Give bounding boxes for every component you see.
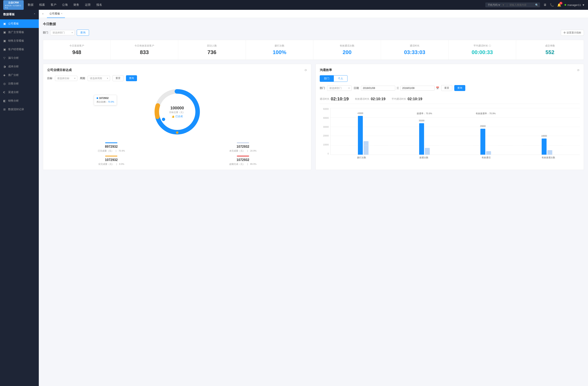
efficiency-panel: 沟通效率 ⟳ 部门 个人 部门 请选择部门 [315, 64, 584, 170]
date-from-input[interactable] [361, 86, 395, 91]
goal-stat-1: 1072932 未完成量（元） | 20.9% [179, 142, 307, 152]
stat-label-2: 回访人数 [182, 44, 242, 48]
sidebar-item-data-flow[interactable]: ⊞ 数据流转记录 [0, 105, 39, 114]
grid-line-1 [331, 117, 580, 117]
goal-period-select-wrapper: 请选择周期 [88, 76, 110, 81]
call-stat-duration: 通话时长 02:10:19 [320, 96, 349, 102]
eff-reset-button[interactable]: 重置 [441, 85, 452, 91]
stat-value-1: 833 [114, 49, 175, 56]
sidebar-item-customer-board[interactable]: ▣ 客户经理看板 [0, 45, 39, 54]
sidebar-item-promotion-analysis[interactable]: ◈ 推广分析 [0, 71, 39, 79]
rate-label-text-1: 接通率：70.9% [417, 112, 432, 115]
stat-deals: 成交单数 552 [516, 40, 584, 59]
dept-select[interactable]: 请选择部门 [50, 30, 75, 35]
sidebar-item-cost[interactable]: ◑ 成本分析 [0, 62, 39, 71]
sidebar-item-label: 销售主管看板 [8, 39, 24, 43]
bar-pair-1: 35000 [419, 116, 430, 155]
notification-badge: 5 [559, 2, 563, 4]
goal-stats: 8972932 已完成量（元） | 70.9% 1072932 未完成量 [47, 142, 307, 166]
bar-2-1 [486, 151, 491, 155]
goal-query-button[interactable]: 查询 [126, 75, 137, 81]
sidebar-item-company-board[interactable]: ▣ 公司看板 [0, 19, 39, 28]
nav-signup[interactable]: 报名 [96, 2, 102, 8]
sidebar-item-funnel[interactable]: ▽ 漏斗分析 [0, 54, 39, 62]
y-label-50000: 50000 [320, 108, 330, 110]
sidebar-item-sales-analysis[interactable]: ◧ 销售分析 [0, 96, 39, 105]
tab-close-icon[interactable]: ✕ [61, 12, 63, 15]
nav-operations[interactable]: 运营 [85, 2, 91, 8]
sales-board-icon: ▣ [3, 39, 6, 42]
bar-0-0 [358, 116, 363, 155]
stat-label-1: 今日有效首咨客户 [114, 44, 175, 48]
effective-duration-value: 02:10:19 [371, 97, 385, 101]
search-icon[interactable]: 🔍 [535, 3, 538, 6]
avg-duration-value: 02:10:19 [407, 97, 422, 101]
nav-public-sea[interactable]: 公海 [62, 2, 68, 8]
search-filter-select[interactable]: 手机号码 [487, 3, 501, 6]
eff-query-button[interactable]: 查询 [454, 85, 465, 91]
nav-data[interactable]: 数据 [28, 2, 34, 8]
stat-value-4: 200 [317, 49, 378, 56]
eff-panel-header: 沟通效率 ⟳ [320, 68, 580, 72]
nav-finance[interactable]: 财务 [74, 2, 79, 8]
effective-duration-label: 有效通话时长 [355, 97, 370, 101]
app-logo: 云朵CRM 教育机构一站式服务云平台 [3, 0, 24, 10]
goal-target-select[interactable]: 请选择目标 [55, 76, 77, 81]
monitor-icon[interactable]: 🖥 [543, 3, 546, 7]
tab-company-board[interactable]: 公司看板 ✕ [47, 10, 65, 18]
eff-refresh-icon[interactable]: ⟳ [577, 69, 580, 72]
goal-panel-header: 公司业绩目标达成 ⟳ [47, 68, 307, 72]
page-body: 今日数据 部门 请选择部门 查询 ⚙ 设置显示指标 [39, 18, 588, 174]
thumbs-up-icon: 👍 [171, 115, 175, 118]
search-bar: 手机号码 ▼ | 🔍 [485, 2, 540, 7]
sidebar-item-sales-board[interactable]: ▣ 销售主管看板 [0, 37, 39, 45]
tab-bar: ≡ 公司看板 ✕ [39, 10, 588, 18]
eff-tab-individual[interactable]: 个人 [334, 75, 348, 82]
goal-stat-bar-0 [105, 142, 117, 143]
calendar-icon[interactable]: 📅 [436, 86, 439, 90]
bar-3-1 [547, 150, 552, 155]
sidebar: 数据看板 ⌃ ▣ 公司看板 ▣ 推广主管看板 ▣ 销售主管看板 ▣ 客户经理看板… [0, 10, 39, 386]
y-label-30000: 30000 [320, 126, 330, 128]
eff-dept-select-wrapper: 请选择部门 [327, 85, 352, 91]
stat-avg-call-duration: 平均通话时长 ⓘ 00:00:33 [449, 40, 516, 59]
help-icon: ⓘ [489, 44, 491, 47]
bar-1-1 [425, 148, 430, 155]
goal-period-select[interactable]: 请选择周期 [88, 76, 110, 81]
user-dropdown-icon[interactable]: ▼ [582, 3, 585, 6]
phone-icon[interactable]: 📞 [550, 3, 554, 7]
goal-reset-button[interactable]: 重置 [112, 75, 124, 81]
user-menu[interactable]: manager11 ▼ [565, 3, 585, 6]
eff-dept-select[interactable]: 请选择部门 [327, 85, 352, 91]
rate-label-1: 接通率：70.9% [417, 112, 432, 115]
bar-group-1: 接通率：70.9% 35000 [394, 112, 455, 155]
data-flow-icon: ⊞ [3, 108, 6, 111]
sidebar-item-visitor[interactable]: ◎ 访客分析 [0, 79, 39, 88]
eff-filter: 部门 请选择部门 日期 至 📅 重置 [320, 85, 580, 91]
nav-leads[interactable]: 线索 [39, 2, 45, 8]
cost-icon: ◑ [3, 65, 6, 68]
channel-icon: ⑆ [3, 91, 6, 94]
bar-wrapper-2-0: 29000 [480, 129, 485, 155]
nav-menu: 数据 线索 客户 公海 财务 运营 报名 [28, 2, 485, 8]
achieved-label: 已达成 [175, 115, 183, 118]
search-input[interactable] [509, 3, 534, 6]
y-label-0: 0 [320, 153, 330, 155]
eff-tab-dept[interactable]: 部门 [320, 75, 334, 82]
sidebar-collapse-icon[interactable]: ⌃ [34, 13, 36, 16]
bar-group-0: 43000 [333, 110, 394, 155]
goal-refresh-icon[interactable]: ⟳ [305, 69, 307, 72]
stat-revisit-count: 回访人数 736 [178, 40, 246, 59]
goal-panel: 公司业绩目标达成 ⟳ 目标 请选择目标 周期 请选择 [43, 64, 311, 170]
goal-target-label: 目标 [47, 77, 52, 80]
call-stat-effective: 有效通话时长 02:10:19 [355, 97, 385, 101]
sidebar-item-promotion-board[interactable]: ▣ 推广主管看板 [0, 28, 39, 37]
notification-icon[interactable]: 🔔 5 [557, 3, 561, 7]
settings-button[interactable]: ⚙ 设置显示指标 [561, 30, 584, 36]
sidebar-item-channel[interactable]: ⑆ 渠道分析 [0, 88, 39, 96]
username-label: manager11 [567, 3, 581, 6]
today-query-button[interactable]: 查询 [77, 30, 89, 36]
tab-menu-icon[interactable]: ≡ [42, 12, 44, 15]
date-to-input[interactable] [400, 86, 435, 91]
nav-customers[interactable]: 客户 [51, 2, 56, 8]
